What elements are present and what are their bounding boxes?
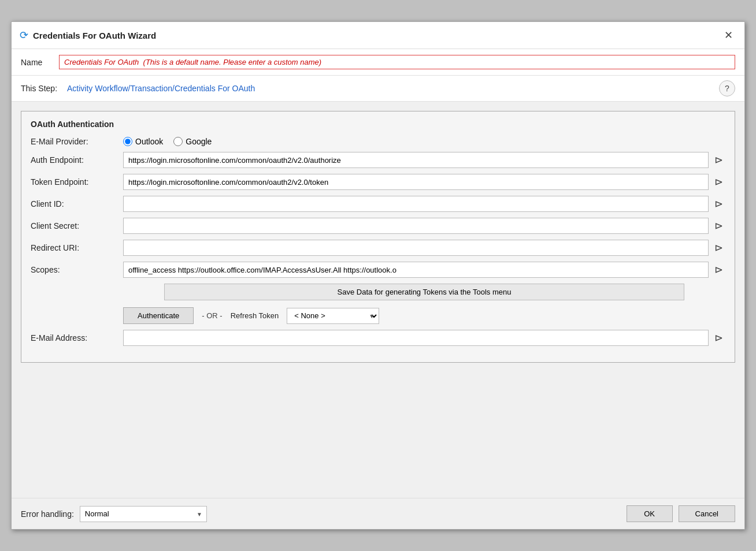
token-select[interactable]: < None >: [287, 308, 379, 324]
client-secret-controls: ⊳: [123, 218, 725, 234]
client-secret-input[interactable]: [123, 218, 709, 234]
client-id-pin-button[interactable]: ⊳: [712, 198, 725, 210]
save-data-row: Save Data for generating Tokens via the …: [123, 284, 725, 300]
authenticate-button[interactable]: Authenticate: [123, 307, 194, 324]
email-address-input[interactable]: [123, 330, 709, 346]
scopes-pin-button[interactable]: ⊳: [712, 263, 725, 276]
error-handling-label: Error handling:: [21, 509, 74, 519]
save-data-button[interactable]: Save Data for generating Tokens via the …: [164, 284, 684, 300]
redirect-uri-pin-button[interactable]: ⊳: [712, 241, 725, 254]
group-title: OAuth Authentication: [31, 120, 725, 129]
cancel-button[interactable]: Cancel: [679, 505, 735, 522]
client-id-input[interactable]: [123, 196, 709, 212]
redirect-uri-row: Redirect URI: ⊳: [31, 240, 725, 256]
email-address-controls: ⊳: [123, 330, 725, 346]
dialog-title: Credentials For OAuth Wizard: [33, 31, 156, 40]
google-radio-option[interactable]: Google: [173, 137, 212, 146]
scopes-label: Scopes:: [31, 265, 123, 274]
email-provider-controls: Outlook Google: [123, 137, 725, 146]
ok-button[interactable]: OK: [627, 505, 673, 522]
name-row: Name: [12, 49, 744, 76]
auth-endpoint-controls: ⊳: [123, 152, 725, 168]
step-row: This Step: Activity Workflow/Transaction…: [12, 76, 744, 102]
outlook-radio-option[interactable]: Outlook: [123, 137, 163, 146]
outlook-radio[interactable]: [123, 137, 132, 146]
dialog: ⟳ Credentials For OAuth Wizard ✕ Name Th…: [11, 21, 745, 530]
google-radio[interactable]: [173, 137, 183, 146]
auth-endpoint-row: Auth Endpoint: ⊳: [31, 152, 725, 168]
app-icon: ⟳: [20, 29, 28, 42]
email-provider-radio-group: Outlook Google: [123, 137, 212, 146]
token-endpoint-controls: ⊳: [123, 174, 725, 190]
client-id-row: Client ID: ⊳: [31, 196, 725, 212]
email-address-pin-button[interactable]: ⊳: [712, 332, 725, 344]
auth-endpoint-label: Auth Endpoint:: [31, 155, 123, 165]
error-handling-select[interactable]: Normal: [80, 506, 207, 522]
client-secret-label: Client Secret:: [31, 221, 123, 230]
token-endpoint-pin-button[interactable]: ⊳: [712, 176, 725, 188]
client-secret-pin-button[interactable]: ⊳: [712, 219, 725, 232]
title-bar-left: ⟳ Credentials For OAuth Wizard: [20, 29, 156, 42]
google-label: Google: [186, 137, 212, 146]
auth-endpoint-pin-button[interactable]: ⊳: [712, 154, 725, 166]
client-id-controls: ⊳: [123, 196, 725, 212]
client-secret-row: Client Secret: ⊳: [31, 218, 725, 234]
step-path: Activity Workflow/Transaction/Credential…: [67, 84, 713, 93]
main-content: OAuth Authentication E-Mail Provider: Ou…: [12, 102, 744, 498]
close-button[interactable]: ✕: [721, 28, 736, 43]
token-endpoint-label: Token Endpoint:: [31, 177, 123, 187]
refresh-token-label: Refresh Token: [231, 311, 279, 320]
name-label: Name: [21, 58, 50, 67]
step-label: This Step:: [21, 84, 61, 93]
redirect-uri-controls: ⊳: [123, 240, 725, 256]
or-text: - OR -: [202, 311, 222, 320]
scopes-controls: ⊳: [123, 262, 725, 278]
scopes-row: Scopes: ⊳: [31, 262, 725, 278]
email-address-label: E-Mail Address:: [31, 333, 123, 342]
oauth-group-box: OAuth Authentication E-Mail Provider: Ou…: [21, 111, 735, 363]
help-button[interactable]: ?: [719, 80, 735, 96]
redirect-uri-label: Redirect URI:: [31, 243, 123, 252]
email-provider-label: E-Mail Provider:: [31, 137, 123, 146]
redirect-uri-input[interactable]: [123, 240, 709, 256]
title-bar: ⟳ Credentials For OAuth Wizard ✕: [12, 22, 744, 49]
error-select-wrapper: Normal: [80, 506, 207, 522]
authenticate-row: Authenticate - OR - Refresh Token < None…: [123, 307, 725, 324]
footer: Error handling: Normal OK Cancel: [12, 498, 744, 529]
outlook-label: Outlook: [135, 137, 163, 146]
token-select-wrapper: < None >: [287, 308, 379, 324]
email-provider-row: E-Mail Provider: Outlook Google: [31, 137, 725, 146]
token-endpoint-input[interactable]: [123, 174, 709, 190]
token-endpoint-row: Token Endpoint: ⊳: [31, 174, 725, 190]
auth-endpoint-input[interactable]: [123, 152, 709, 168]
name-input[interactable]: [59, 55, 735, 69]
email-address-row: E-Mail Address: ⊳: [31, 330, 725, 346]
scopes-input[interactable]: [123, 262, 709, 278]
client-id-label: Client ID:: [31, 199, 123, 209]
